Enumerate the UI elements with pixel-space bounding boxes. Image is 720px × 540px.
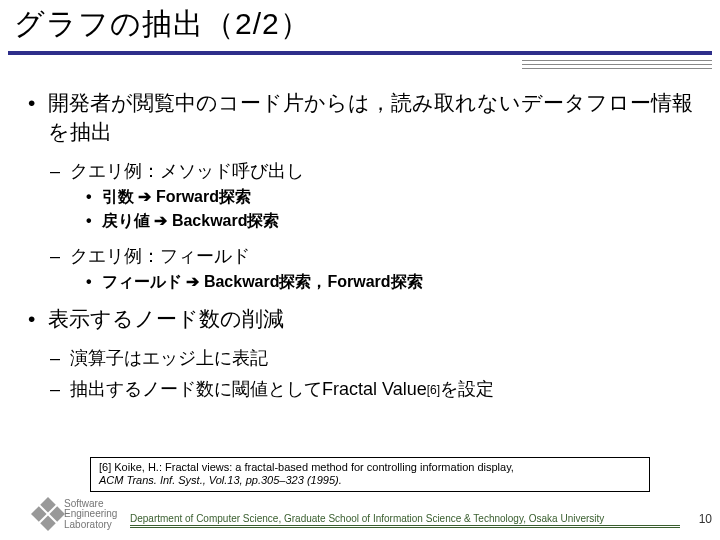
bullet-level1: 表示するノード数の削減	[22, 305, 698, 334]
inline-citation: [6]	[427, 383, 440, 397]
reference-box: [6] Koike, H.: Fractal views: a fractal-…	[90, 457, 650, 493]
slide-title: グラフの抽出（2/2）	[0, 0, 720, 45]
bullet-level2: 抽出するノード数に閾値としてFractal Value[6]を設定	[46, 377, 698, 402]
bullet-text: 抽出するノード数に閾値としてFractal Value	[70, 379, 427, 399]
title-separator	[8, 51, 712, 69]
department-label: Department of Computer Science, Graduate…	[130, 513, 680, 528]
bullet-level3: 戻り値 ➔ Backward探索	[82, 210, 698, 232]
bullet-level3: 引数 ➔ Forward探索	[82, 186, 698, 208]
logo-text-line: Laboratory	[64, 520, 117, 531]
slide-body: 開発者が閲覧中のコード片からは，読み取れないデータフロー情報を抽出 クエリ例：メ…	[0, 69, 720, 401]
logo-text-line: Engineering	[64, 509, 117, 520]
bullet-level2: クエリ例：メソッド呼び出し	[46, 159, 698, 184]
bullet-text: を設定	[440, 379, 494, 399]
slide-footer: [6] Koike, H.: Fractal views: a fractal-…	[0, 457, 720, 533]
bullet-level2: 演算子はエッジ上に表記	[46, 346, 698, 371]
reference-line: ACM Trans. Inf. Syst., Vol.13, pp.305–32…	[99, 474, 342, 486]
bullet-level2: クエリ例：フィールド	[46, 244, 698, 269]
bullet-level3: フィールド ➔ Backward探索，Forward探索	[82, 271, 698, 293]
lab-logo: Software Engineering Laboratory	[36, 499, 117, 531]
page-number: 10	[699, 512, 712, 526]
logo-icon	[31, 497, 65, 531]
bullet-level1: 開発者が閲覧中のコード片からは，読み取れないデータフロー情報を抽出	[22, 89, 698, 147]
reference-line: [6] Koike, H.: Fractal views: a fractal-…	[99, 461, 514, 473]
